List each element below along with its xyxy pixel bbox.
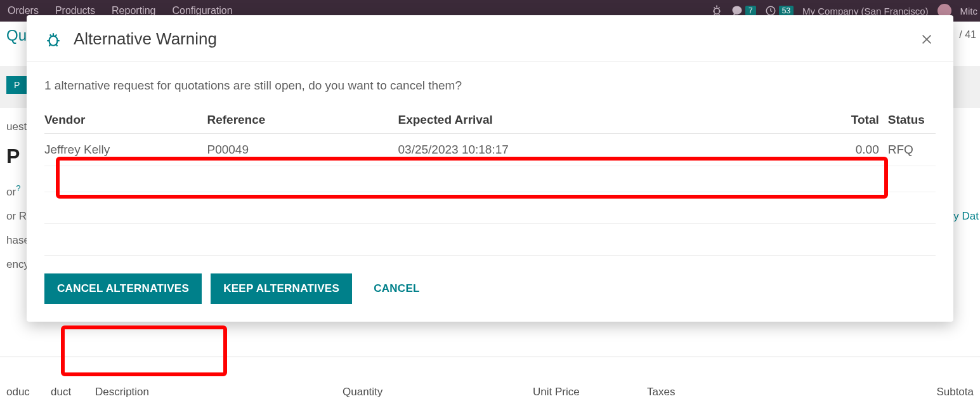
cell-expected-arrival: 03/25/2023 10:18:17 bbox=[398, 134, 752, 166]
bug-icon[interactable] bbox=[44, 30, 62, 48]
keep-alternatives-button[interactable]: KEEP ALTERNATIVES bbox=[211, 273, 352, 304]
col-expected-arrival: Expected Arrival bbox=[398, 108, 752, 134]
col-status: Status bbox=[879, 108, 936, 134]
empty-rows bbox=[44, 192, 936, 256]
cancel-button[interactable]: CANCEL bbox=[361, 273, 433, 304]
cell-vendor: Jeffrey Kelly bbox=[44, 134, 207, 166]
cancel-alternatives-button[interactable]: CANCEL ALTERNATIVES bbox=[44, 273, 202, 304]
close-icon[interactable] bbox=[918, 30, 936, 48]
alternatives-table: Vendor Reference Expected Arrival Total … bbox=[44, 108, 936, 166]
alternative-warning-modal: Alternative Warning 1 alternative reques… bbox=[27, 15, 953, 322]
table-row[interactable]: Jeffrey Kelly P00049 03/25/2023 10:18:17… bbox=[44, 134, 936, 166]
modal-title: Alternative Warning bbox=[74, 29, 217, 49]
cell-total: 0.00 bbox=[752, 134, 879, 166]
cell-reference: P00049 bbox=[207, 134, 398, 166]
col-reference: Reference bbox=[207, 108, 398, 134]
table-header-row: Vendor Reference Expected Arrival Total … bbox=[44, 108, 936, 134]
cell-status: RFQ bbox=[879, 134, 936, 166]
modal-message: 1 alternative request for quotations are… bbox=[44, 79, 936, 93]
col-vendor: Vendor bbox=[44, 108, 207, 134]
col-total: Total bbox=[752, 108, 879, 134]
